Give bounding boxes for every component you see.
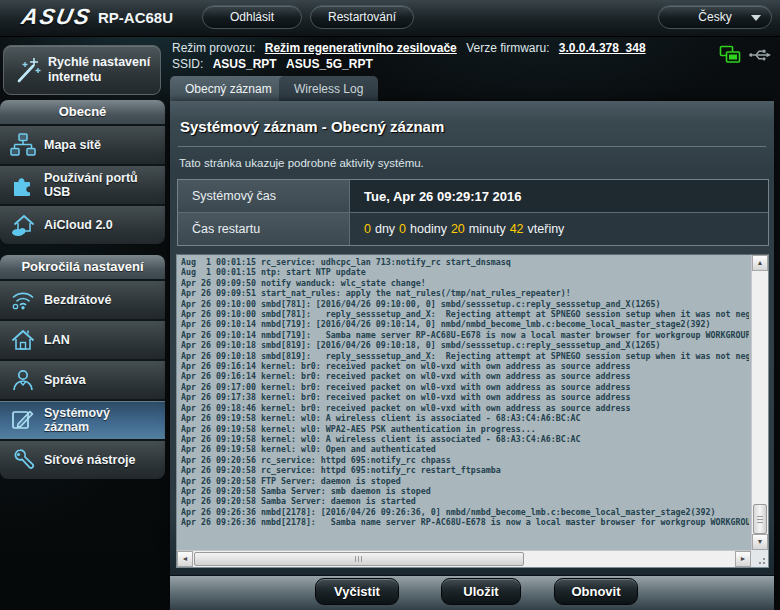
lan-clients-icon[interactable] <box>719 45 741 65</box>
table-row-uptime: Čas restartu 0 dny 0 hodiny 20 minuty 42… <box>178 212 768 245</box>
log-document-icon <box>10 407 36 433</box>
scroll-up-icon[interactable]: ▲ <box>752 255 768 271</box>
uptime-label: Čas restartu <box>178 213 350 245</box>
sidebar-item-aicloud[interactable]: AiCloud 2.0 <box>0 206 165 244</box>
horizontal-scrollbar[interactable]: ◄ ► <box>177 550 751 567</box>
section-header-advanced: Pokročilá nastavení <box>0 255 165 281</box>
scroll-right-icon[interactable]: ► <box>735 551 751 567</box>
house-icon <box>10 327 36 353</box>
reboot-button[interactable]: Restartování <box>310 5 414 29</box>
tab-general-log[interactable]: Obecný záznam <box>170 76 287 101</box>
uptime-days: 0 <box>364 222 371 236</box>
cloud-home-icon <box>10 212 37 238</box>
status-row-mode: Režim provozu: Režim regenerativního zes… <box>172 41 646 55</box>
quick-setup-label: Rychlé nastavení internetu <box>48 55 158 85</box>
status-row-ssid: SSID: ASUS_RPT ASUS_5G_RPT <box>172 57 373 71</box>
top-bar: ASUS RP-AC68U Odhlásit Restartování Česk… <box>0 0 780 37</box>
uptime-days-unit: dny <box>375 222 395 236</box>
log-text[interactable]: Aug 1 00:01:15 rc_service: udhcpc_lan 71… <box>181 257 749 548</box>
vertical-scroll-thumb[interactable] <box>753 504 767 534</box>
uptime-seconds-unit: vteřiny <box>528 222 565 236</box>
sidebar-item-administration[interactable]: Správa <box>0 361 165 401</box>
model-name: RP-AC68U <box>98 9 173 26</box>
asus-logo: ASUS <box>19 4 94 30</box>
sidebar-section-advanced: Pokročilá nastavení Bezdrátové LAN <box>0 255 165 479</box>
mode-link[interactable]: Režim regenerativního zesilovače <box>265 41 457 55</box>
sidebar-section-general: Obecné Mapa sítě Používání portů USB <box>0 100 165 244</box>
uptime-hours: 0 <box>399 222 406 236</box>
wrench-icon <box>10 447 36 473</box>
sidebar-item-network-map[interactable]: Mapa sítě <box>0 126 165 166</box>
sidebar-item-lan[interactable]: LAN <box>0 321 165 361</box>
wifi-icon <box>10 287 36 313</box>
system-time-value: Tue, Apr 26 09:29:17 2016 <box>350 180 768 212</box>
sidebar-item-quick-internet-setup[interactable]: Rychlé nastavení internetu <box>3 45 161 95</box>
sidebar-item-label: LAN <box>44 321 158 359</box>
horizontal-scroll-thumb[interactable] <box>194 552 524 566</box>
resize-grip-icon[interactable] <box>751 550 768 567</box>
save-log-button[interactable]: Uložit <box>441 578 521 605</box>
sidebar-item-label: Používání portů USB <box>44 166 158 204</box>
sidebar-item-label: Mapa sítě <box>44 126 158 164</box>
sidebar-item-network-tools[interactable]: Síťové nástroje <box>0 441 165 479</box>
page-description: Tato stránka ukazuje podrobné aktivity s… <box>179 157 424 169</box>
page-title: Systémový záznam - Obecný záznam <box>180 118 444 135</box>
uptime-seconds: 42 <box>510 222 524 236</box>
tab-wireless-log[interactable]: Wireless Log <box>279 76 378 101</box>
system-log-textarea[interactable]: Aug 1 00:01:15 rc_service: udhcpc_lan 71… <box>176 254 769 568</box>
language-selector[interactable]: Česky <box>658 5 772 29</box>
scroll-down-icon[interactable]: ▼ <box>752 534 768 550</box>
ssid-value-5ghz: ASUS_5G_RPT <box>286 57 373 71</box>
uptime-minutes: 20 <box>451 222 465 236</box>
person-icon <box>10 367 36 393</box>
uptime-minutes-unit: minuty <box>469 222 506 236</box>
usb-app-puzzle-icon <box>10 172 36 198</box>
vertical-scrollbar[interactable]: ▲ ▼ <box>751 255 768 550</box>
firmware-label: Verze firmwaru: <box>466 41 549 55</box>
scroll-left-icon[interactable]: ◄ <box>177 551 193 567</box>
sidebar-item-label: Bezdrátové <box>44 281 158 319</box>
network-map-icon <box>10 132 36 158</box>
language-label: Česky <box>698 10 731 24</box>
sidebar-item-system-log[interactable]: Systémový záznam <box>0 401 165 441</box>
uptime-hours-unit: hodiny <box>410 222 447 236</box>
ssid-value-24ghz: ASUS_RPT <box>213 57 277 71</box>
magic-wand-icon <box>12 56 42 86</box>
content-panel: Systémový záznam - Obecný záznam Tato st… <box>170 101 774 610</box>
sidebar-item-wireless[interactable]: Bezdrátové <box>0 281 165 321</box>
system-info-table: Systémový čas Tue, Apr 26 09:29:17 2016 … <box>177 179 769 246</box>
table-row-system-time: Systémový čas Tue, Apr 26 09:29:17 2016 <box>178 180 768 212</box>
title-divider <box>178 146 766 147</box>
usb-icon <box>748 47 772 63</box>
ssid-label: SSID: <box>172 57 203 71</box>
mode-label: Režim provozu: <box>172 41 255 55</box>
sidebar-item-label: Správa <box>44 361 158 399</box>
logout-button[interactable]: Odhlásit <box>202 5 302 29</box>
uptime-value: 0 dny 0 hodiny 20 minuty 42 vteřiny <box>350 213 768 245</box>
router-admin-page: ASUS RP-AC68U Odhlásit Restartování Česk… <box>0 0 780 610</box>
hardware-status-icons <box>719 45 772 65</box>
sidebar-item-label: AiCloud 2.0 <box>44 206 158 244</box>
sidebar-item-label: Systémový záznam <box>44 401 158 439</box>
sidebar-item-label: Síťové nástroje <box>44 441 158 479</box>
sidebar-item-usb-application[interactable]: Používání portů USB <box>0 166 165 206</box>
clear-log-button[interactable]: Vyčistit <box>315 578 399 605</box>
system-time-label: Systémový čas <box>178 180 350 212</box>
chevron-down-icon <box>751 15 761 21</box>
refresh-log-button[interactable]: Obnovit <box>554 578 638 605</box>
section-header-general: Obecné <box>0 100 165 126</box>
firmware-link[interactable]: 3.0.0.4.378_348 <box>559 41 646 55</box>
